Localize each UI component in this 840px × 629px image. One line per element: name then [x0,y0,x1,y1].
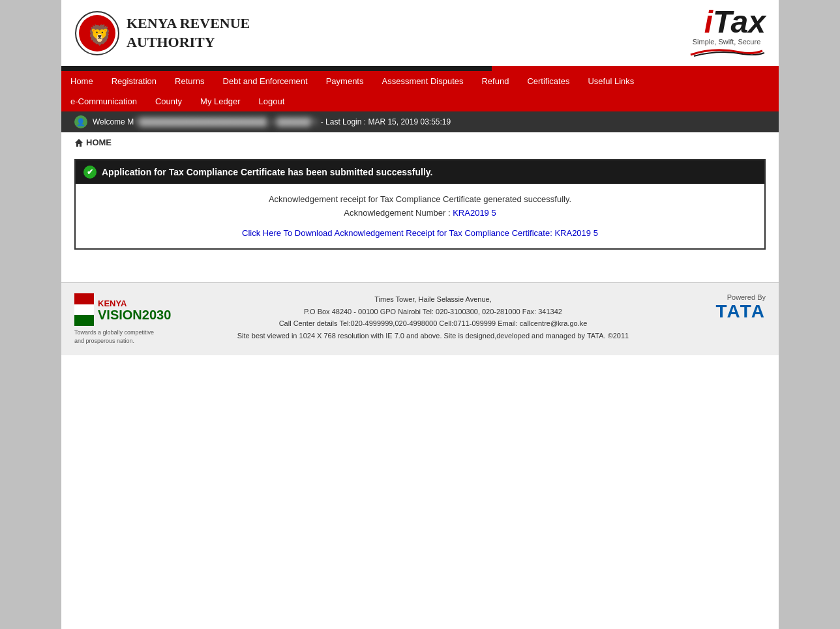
nav-my-ledger[interactable]: My Ledger [191,91,249,111]
footer-address-line2: P.O Box 48240 - 00100 GPO Nairobi Tel: 0… [192,306,674,318]
itax-swoosh [687,46,766,57]
home-icon [74,138,83,147]
breadcrumb-label: HOME [86,138,112,147]
itax-brand: iTax [687,7,766,38]
tata-logo: TATA [674,301,766,322]
kenya-flag [74,293,94,326]
success-header: ✔ Application for Tax Compliance Certifi… [76,160,764,184]
username-masked: R███████████████████████ [134,117,267,126]
nav-returns[interactable]: Returns [166,71,214,91]
kra-shield-icon: 🦁 [74,10,120,56]
success-check-icon: ✔ [83,166,97,179]
role-masked: (A██████R) [269,117,319,126]
itax-logo: iTax Simple, Swift, Secure [687,7,766,59]
ack-line1: Acknowledgement receipt for Tax Complian… [86,194,754,204]
download-ack-link[interactable]: Click Here To Download Acknowledgement R… [242,228,598,238]
user-avatar-icon: 👤 [74,115,87,128]
vision-tagline: Towards a globally competitive and prosp… [74,329,192,345]
vision-year: VISION2030 [98,308,171,321]
header: 🦁 Kenya Revenue Authority iTax Simple, S… [61,0,779,66]
nav-registration[interactable]: Registration [102,71,166,91]
footer-site-info: Site best viewed in 1024 X 768 resolutio… [192,330,674,342]
nav-debt[interactable]: Debt and Enforcement [214,71,317,91]
nav-certificates[interactable]: Certificates [518,71,578,91]
footer-call-center: Call Center details Tel:020-4999999,020-… [192,317,674,330]
kra-name: Kenya Revenue Authority [127,14,250,51]
main-content: ✔ Application for Tax Compliance Certifi… [61,153,779,269]
footer-address-line1: Times Tower, Haile Selassie Avenue, [192,293,674,306]
nav-payments[interactable]: Payments [317,71,373,91]
user-bar: 👤 Welcome MR███████████████████████ (A██… [61,111,779,132]
ack-number-line: Acknowledgement Number : KRA2019 5 [86,208,754,218]
success-body: Acknowledgement receipt for Tax Complian… [76,184,764,248]
download-link-container: Click Here To Download Acknowledgement R… [86,228,754,238]
svg-text:🦁: 🦁 [87,23,112,47]
ack-number-label: Acknowledgement Number : [344,208,453,218]
nav-logout[interactable]: Logout [250,91,294,111]
itax-tagline: Simple, Swift, Secure [687,38,766,46]
header-divider [61,66,779,71]
footer-powered-by: Powered By TATA [674,293,766,322]
nav-home[interactable]: Home [61,71,102,91]
kenya-vision-logo: KENYA VISION2030 Towards a globally comp… [74,293,192,345]
powered-by-label: Powered By [674,293,766,301]
nav-row1: Home Registration Returns Debt and Enfor… [61,71,779,91]
nav-assessment[interactable]: Assessment Disputes [372,71,472,91]
welcome-text: Welcome MR███████████████████████ (A████… [93,117,451,126]
nav-useful-links[interactable]: Useful Links [578,71,643,91]
kenya-label: KENYA [98,299,171,308]
success-box: ✔ Application for Tax Compliance Certifi… [74,159,766,250]
success-header-text: Application for Tax Compliance Certifica… [102,167,433,177]
footer-address: Times Tower, Haile Selassie Avenue, P.O … [192,293,674,342]
breadcrumb-bar: HOME [61,132,779,153]
kra-logo: 🦁 Kenya Revenue Authority [74,10,250,56]
nav-refund[interactable]: Refund [472,71,518,91]
ack-number-value: KRA2019 5 [453,208,496,218]
navbar: Home Registration Returns Debt and Enfor… [61,71,779,111]
nav-county[interactable]: County [146,91,191,111]
nav-row2: e-Communication County My Ledger Logout [61,91,779,111]
footer-inner: KENYA VISION2030 Towards a globally comp… [74,293,766,345]
nav-ecommunication[interactable]: e-Communication [61,91,146,111]
footer: KENYA VISION2030 Towards a globally comp… [61,282,779,355]
